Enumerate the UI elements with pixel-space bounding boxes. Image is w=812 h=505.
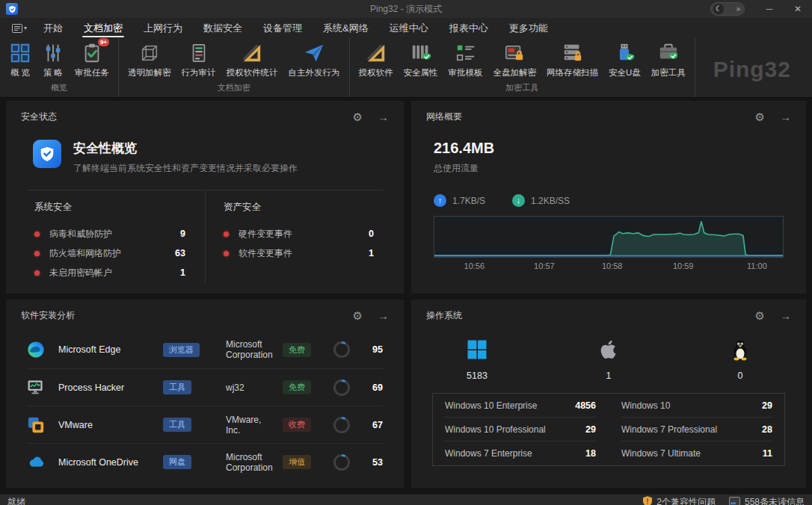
- vmware-icon: [27, 416, 45, 434]
- gear-icon[interactable]: ⚙: [353, 310, 363, 321]
- os-apple[interactable]: 1: [543, 338, 674, 381]
- tab-report-center[interactable]: 报表中心: [439, 19, 499, 38]
- tab-doc-encryption[interactable]: 文档加密: [73, 19, 133, 38]
- panel-title: 操作系统: [426, 309, 462, 322]
- panel-software-analysis: 软件安装分析 ⚙ → Microsoft Edge 浏览器 Microsoft …: [6, 300, 404, 488]
- windows-logo-icon: [466, 338, 488, 363]
- approval-template-button[interactable]: 审批模板: [443, 40, 488, 80]
- gear-icon[interactable]: ⚙: [755, 310, 765, 321]
- os-table-row[interactable]: Windows 7 Ultimate 11: [621, 442, 772, 465]
- x-tick-label: 10:59: [673, 261, 694, 270]
- edge-icon: [27, 341, 45, 359]
- close-button[interactable]: ✕: [784, 0, 812, 18]
- overview-button[interactable]: 概 览: [4, 40, 37, 80]
- os-linux[interactable]: 0: [674, 338, 806, 381]
- statusbar: 就绪 2个兼容性问题 558条未读信息: [0, 494, 812, 505]
- security-metric[interactable]: 软件变更事件 1: [224, 244, 374, 263]
- fence-shield-icon: [410, 42, 432, 64]
- os-table-row[interactable]: Windows 10 29: [621, 394, 772, 418]
- encryption-tools-button[interactable]: 加密工具: [646, 40, 691, 80]
- moon-icon[interactable]: ☾: [713, 4, 724, 14]
- os-table-row[interactable]: Windows 7 Enterprise 18: [445, 442, 596, 465]
- full-disk-encryption-button[interactable]: 全盘加解密: [488, 40, 542, 80]
- alert-dot-icon: [34, 270, 40, 276]
- minimize-button[interactable]: ─: [755, 0, 784, 18]
- gear-icon[interactable]: ⚙: [353, 111, 363, 123]
- arrow-right-icon[interactable]: →: [378, 310, 389, 321]
- security-metric[interactable]: 病毒和威胁防护 9: [34, 224, 185, 244]
- score-gauge: [333, 417, 350, 433]
- transparent-encryption-button[interactable]: 透明加解密: [123, 40, 176, 80]
- arrow-right-icon[interactable]: →: [780, 310, 791, 321]
- usb-shield-icon: [613, 42, 636, 64]
- behavior-audit-button[interactable]: 行为审计: [176, 40, 221, 80]
- software-row[interactable]: Process Hacker 工具 wj32 免费 69: [27, 368, 383, 406]
- panel-network-summary: 网络概要 ⚙ → 216.4MB 总使用流量 ↑ 1.7KB/S ↓ 1.2KB…: [411, 101, 806, 294]
- authorized-software-stats-button[interactable]: 授权软件统计: [221, 40, 283, 80]
- asset-security-section: 资产安全 硬件变更事件 0 软件变更事件 1: [205, 190, 383, 282]
- theme-toggle[interactable]: ☾ ☀: [710, 2, 745, 16]
- approval-tasks-button[interactable]: 9+ 审批任务: [70, 40, 114, 80]
- alert-dot-icon: [224, 232, 229, 237]
- sliders-icon: [42, 42, 64, 64]
- panel-operating-systems: 操作系统 ⚙ → 5183 1: [411, 300, 806, 488]
- outgoing-behavior-button[interactable]: 自主外发行为: [283, 40, 345, 80]
- software-row[interactable]: VMware 工具 VMware, Inc. 收费 67: [27, 406, 383, 443]
- tab-more-features[interactable]: 更多功能: [499, 19, 559, 38]
- clipboard-check-icon: 9+: [81, 42, 103, 64]
- x-tick-label: 10:56: [464, 261, 485, 270]
- network-storage-scan-button[interactable]: 网络存储扫描: [541, 40, 603, 80]
- section-title: 资产安全: [224, 201, 374, 214]
- total-traffic-label: 总使用流量: [434, 162, 806, 175]
- security-metric[interactable]: 未启用密码帐户 1: [34, 263, 185, 282]
- category-badge: 工具: [163, 380, 191, 394]
- tab-system-network[interactable]: 系统&网络: [313, 19, 379, 38]
- ribbon-groups: 概 览 策 略 9+ 审批任务 概览: [0, 38, 812, 97]
- tab-web-behavior[interactable]: 上网行为: [133, 19, 193, 38]
- paper-plane-icon: [303, 42, 325, 64]
- security-properties-button[interactable]: 安全属性: [399, 40, 443, 80]
- authorized-software-button[interactable]: 授权软件: [354, 40, 399, 80]
- linux-tux-icon: [729, 338, 751, 363]
- policy-button[interactable]: 策 略: [37, 40, 70, 80]
- tab-data-security[interactable]: 数据安全: [193, 19, 253, 38]
- group-label-doc-encryption: 文档加密: [119, 80, 349, 97]
- unread-messages[interactable]: 558条未读信息: [729, 496, 805, 505]
- setsquare-pencil-icon: [365, 42, 387, 64]
- gear-icon[interactable]: ⚙: [755, 111, 765, 123]
- compatibility-issues[interactable]: 2个兼容性问题: [643, 496, 716, 505]
- ribbon-tabs: ▾ 开始 文档加密 上网行为 数据安全 设备管理 系统&网络 运维中心 报表中心…: [0, 18, 812, 38]
- os-windows[interactable]: 5183: [411, 338, 543, 381]
- tab-ops-center[interactable]: 运维中心: [379, 19, 439, 38]
- os-table-row[interactable]: Windows 10 Enterprise 4856: [445, 394, 596, 418]
- price-badge: 免费: [283, 380, 311, 394]
- dashboard: 安全状态 ⚙ → 安全性概览 了解终端当前系统安全性和资产变更情况并采取必要操作…: [0, 98, 812, 494]
- main-menu-button[interactable]: ▾: [6, 24, 33, 33]
- window-title: Ping32 - 演示模式: [0, 3, 812, 16]
- software-row[interactable]: Microsoft Edge 浏览器 Microsoft Corporation…: [27, 331, 383, 368]
- arrow-right-icon[interactable]: →: [780, 111, 791, 123]
- tab-start[interactable]: 开始: [33, 19, 73, 38]
- security-metric[interactable]: 防火墙和网络防护 63: [34, 244, 185, 263]
- warning-shield-icon: [643, 496, 652, 505]
- arrow-right-icon[interactable]: →: [378, 111, 389, 123]
- tab-device-mgmt[interactable]: 设备管理: [253, 19, 313, 38]
- secure-usb-button[interactable]: 安全U盘: [603, 40, 646, 80]
- setsquare-pencil-icon: [241, 42, 263, 64]
- security-metric[interactable]: 硬件变更事件 0: [224, 224, 374, 244]
- approval-badge: 9+: [98, 38, 109, 46]
- os-table-row[interactable]: Windows 7 Professional 28: [621, 418, 772, 442]
- software-row[interactable]: Microsoft OneDrive 网盘 Microsoft Corporat…: [27, 443, 383, 480]
- cube-icon: [138, 42, 161, 64]
- titlebar: Ping32 - 演示模式 ☾ ☀ ─ ✕: [0, 0, 812, 18]
- app-shield-icon: [6, 3, 18, 15]
- sun-icon[interactable]: ☀: [735, 5, 742, 13]
- price-badge: 免费: [283, 343, 311, 357]
- group-label-overview: 概览: [0, 80, 118, 97]
- os-table-row[interactable]: Windows 10 Professional 29: [445, 418, 596, 442]
- os-count: 5183: [467, 371, 487, 381]
- disk-lock-icon: [503, 42, 526, 64]
- alert-dot-icon: [34, 232, 40, 237]
- category-badge: 浏览器: [163, 343, 200, 357]
- grid-icon: [9, 42, 31, 64]
